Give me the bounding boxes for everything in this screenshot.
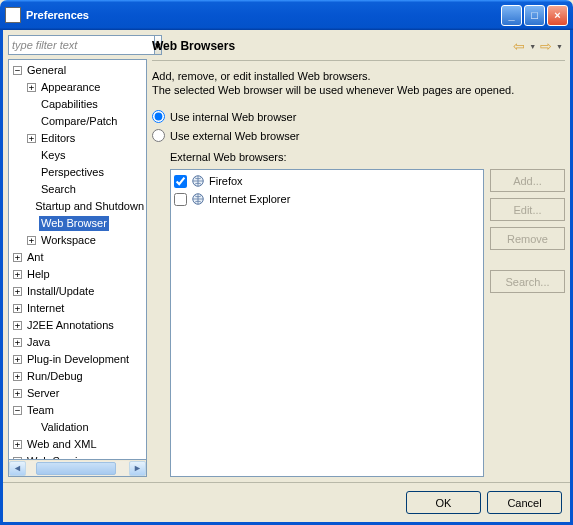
description: Add, remove, or edit installed Web brows… <box>152 69 565 97</box>
app-icon <box>5 7 21 23</box>
expand-icon[interactable]: + <box>13 321 22 330</box>
chevron-down-icon[interactable]: ▼ <box>556 43 563 50</box>
titlebar: Preferences _ □ × <box>0 0 573 30</box>
expand-icon[interactable]: + <box>13 287 22 296</box>
browser-checkbox-firefox[interactable] <box>174 175 187 188</box>
globe-icon <box>190 191 206 207</box>
tree-item-install[interactable]: +Install/Update <box>9 283 146 300</box>
expand-icon[interactable]: + <box>13 372 22 381</box>
browser-checkbox-ie[interactable] <box>174 193 187 206</box>
tree-item-internet[interactable]: +Internet <box>9 300 146 317</box>
minimize-button[interactable]: _ <box>501 5 522 26</box>
window-title: Preferences <box>26 9 89 21</box>
expand-icon[interactable]: + <box>13 389 22 398</box>
ok-button[interactable]: OK <box>406 491 481 514</box>
tree-item-keys[interactable]: Keys <box>9 147 146 164</box>
tree-item-help[interactable]: +Help <box>9 266 146 283</box>
remove-button[interactable]: Remove <box>490 227 565 250</box>
globe-icon <box>190 173 206 189</box>
expand-icon[interactable]: + <box>13 355 22 364</box>
add-button[interactable]: Add... <box>490 169 565 192</box>
expand-icon[interactable]: + <box>13 270 22 279</box>
nav-back-icon[interactable]: ⇦ <box>513 38 525 54</box>
expand-icon[interactable]: + <box>27 236 36 245</box>
scroll-right-icon[interactable]: ► <box>129 461 146 476</box>
tree-item-general[interactable]: −General <box>9 62 146 79</box>
tree-item-appearance[interactable]: +Appearance <box>9 79 146 96</box>
tree-item-j2ee[interactable]: +J2EE Annotations <box>9 317 146 334</box>
expand-icon[interactable]: + <box>13 253 22 262</box>
tree-item-editors[interactable]: +Editors <box>9 130 146 147</box>
tree-item-java[interactable]: +Java <box>9 334 146 351</box>
browser-list[interactable]: Firefox Internet Explorer <box>170 169 484 477</box>
maximize-button[interactable]: □ <box>524 5 545 26</box>
expand-icon[interactable]: + <box>27 134 36 143</box>
expand-icon[interactable]: + <box>13 304 22 313</box>
tree-item-webxml[interactable]: +Web and XML <box>9 436 146 453</box>
radio-internal-input[interactable] <box>152 110 165 123</box>
tree-item-web-browser[interactable]: Web Browser <box>9 215 146 232</box>
browser-item-ie[interactable]: Internet Explorer <box>173 190 481 208</box>
expand-icon[interactable]: + <box>13 338 22 347</box>
search-button[interactable]: Search... <box>490 270 565 293</box>
tree-item-rundebug[interactable]: +Run/Debug <box>9 368 146 385</box>
page-heading: Web Browsers <box>152 39 513 53</box>
chevron-down-icon[interactable]: ▼ <box>529 43 536 50</box>
nav-forward-icon[interactable]: ⇨ <box>540 38 552 54</box>
preferences-tree[interactable]: −General +Appearance Capabilities Compar… <box>8 59 147 460</box>
tree-item-team[interactable]: −Team <box>9 402 146 419</box>
radio-external[interactable]: Use external Web browser <box>152 129 565 142</box>
tree-item-startup[interactable]: Startup and Shutdown <box>9 198 146 215</box>
edit-button[interactable]: Edit... <box>490 198 565 221</box>
tree-item-ant[interactable]: +Ant <box>9 249 146 266</box>
tree-item-compare[interactable]: Compare/Patch <box>9 113 146 130</box>
tree-item-perspectives[interactable]: Perspectives <box>9 164 146 181</box>
expand-icon[interactable]: + <box>27 83 36 92</box>
tree-item-webservices[interactable]: +Web Services <box>9 453 146 460</box>
filter-input[interactable] <box>8 35 155 55</box>
tree-item-capabilities[interactable]: Capabilities <box>9 96 146 113</box>
radio-internal[interactable]: Use internal Web browser <box>152 110 565 123</box>
cancel-button[interactable]: Cancel <box>487 491 562 514</box>
tree-item-workspace[interactable]: +Workspace <box>9 232 146 249</box>
horizontal-scrollbar[interactable]: ◄ ► <box>8 460 147 477</box>
browser-item-firefox[interactable]: Firefox <box>173 172 481 190</box>
scroll-left-icon[interactable]: ◄ <box>9 461 26 476</box>
external-browsers-label: External Web browsers: <box>170 151 565 163</box>
radio-external-input[interactable] <box>152 129 165 142</box>
close-button[interactable]: × <box>547 5 568 26</box>
scroll-thumb[interactable] <box>36 462 116 475</box>
collapse-icon[interactable]: − <box>13 66 22 75</box>
expand-icon[interactable]: + <box>13 440 22 449</box>
collapse-icon[interactable]: − <box>13 406 22 415</box>
tree-item-server[interactable]: +Server <box>9 385 146 402</box>
tree-item-plugin[interactable]: +Plug-in Development <box>9 351 146 368</box>
tree-item-search[interactable]: Search <box>9 181 146 198</box>
tree-item-validation[interactable]: Validation <box>9 419 146 436</box>
divider <box>152 60 565 61</box>
